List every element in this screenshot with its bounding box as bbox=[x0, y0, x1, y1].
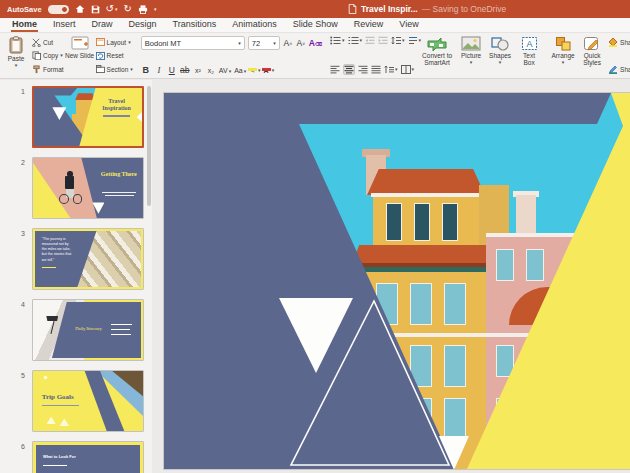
paste-button[interactable]: Paste▾ bbox=[3, 35, 29, 76]
picture-button[interactable]: Picture▾ bbox=[458, 35, 484, 76]
line-spacing-button[interactable]: ▾ bbox=[391, 36, 405, 45]
indent-decrease-icon bbox=[365, 36, 375, 45]
quick-styles-button[interactable]: Quick Styles bbox=[579, 35, 605, 76]
home-icon bbox=[75, 4, 85, 14]
slide-thumbnail-6[interactable]: What to Look For bbox=[32, 441, 144, 473]
slides-panel: 1 Travel Inspiration 2 bbox=[0, 80, 152, 473]
font-size-select[interactable]: 72▾ bbox=[248, 36, 280, 50]
bullets-icon bbox=[330, 36, 341, 45]
slide-number: 4 bbox=[0, 299, 32, 361]
shape-style-group: Shap... Shap... bbox=[608, 35, 630, 76]
align-text-button[interactable]: ▾ bbox=[384, 65, 398, 74]
section-icon bbox=[96, 65, 105, 73]
character-spacing-button[interactable]: AV▾ bbox=[219, 67, 231, 74]
bullets-button[interactable]: ▾ bbox=[330, 36, 345, 45]
shape-outline-button[interactable]: Shap... bbox=[608, 63, 630, 75]
font-name-select[interactable]: Bodoni MT▾ bbox=[141, 36, 245, 50]
reset-button[interactable]: Reset bbox=[96, 50, 133, 62]
autosave-toggle[interactable] bbox=[48, 5, 69, 14]
textbox-button[interactable]: A Text Box bbox=[516, 35, 542, 76]
subscript-button[interactable]: x₂ bbox=[206, 67, 216, 74]
underline-button[interactable]: U bbox=[167, 66, 177, 75]
change-case-button[interactable]: Aa▾ bbox=[234, 67, 246, 74]
text-direction-button[interactable]: ▾ bbox=[408, 36, 422, 45]
slide-thumbnail-2[interactable]: Getting There bbox=[32, 157, 144, 219]
print-button[interactable] bbox=[138, 5, 148, 14]
decrease-font-button[interactable]: A˅ bbox=[296, 39, 306, 48]
tab-review[interactable]: Review bbox=[346, 17, 392, 32]
numbering-button[interactable]: ▾ bbox=[348, 36, 363, 45]
picture-icon bbox=[461, 36, 481, 51]
more-commands-button[interactable]: ▾ bbox=[154, 7, 157, 12]
save-button[interactable] bbox=[91, 5, 100, 14]
slide-thumbnail-5[interactable]: Trip Goals bbox=[32, 370, 144, 432]
shape-outline-icon bbox=[608, 64, 618, 74]
svg-text:A: A bbox=[526, 39, 532, 49]
tab-transitions[interactable]: Transitions bbox=[165, 17, 225, 32]
slide-number: 6 bbox=[0, 441, 32, 473]
clear-formatting-button[interactable]: A⌫ bbox=[309, 39, 322, 48]
line-spacing-icon bbox=[391, 36, 401, 45]
strikethrough-button[interactable]: ab bbox=[180, 66, 190, 75]
scissors-icon bbox=[32, 38, 41, 47]
tab-design[interactable]: Design bbox=[121, 17, 165, 32]
tab-slide-show[interactable]: Slide Show bbox=[285, 17, 346, 32]
indent-increase-icon bbox=[378, 36, 388, 45]
arrange-button[interactable]: Arrange▾ bbox=[550, 35, 576, 76]
justify-button[interactable] bbox=[371, 65, 381, 74]
reset-icon bbox=[96, 52, 105, 60]
layout-button[interactable]: Layout▾ bbox=[96, 36, 133, 48]
slide-canvas[interactable] bbox=[163, 92, 630, 470]
increase-font-button[interactable]: A˄ bbox=[283, 39, 293, 48]
indent-decrease-button[interactable] bbox=[365, 36, 375, 45]
new-slide-button[interactable]: New Slide bbox=[67, 35, 93, 76]
autosave-label: AutoSave bbox=[7, 5, 42, 14]
arrange-icon bbox=[555, 36, 572, 51]
align-right-icon bbox=[358, 65, 368, 74]
shapes-button[interactable]: Shapes▾ bbox=[487, 35, 513, 76]
align-center-button[interactable] bbox=[343, 64, 355, 75]
clipboard-group: Cut Copy▾ Format bbox=[32, 35, 64, 76]
undo-icon: ↺ bbox=[106, 4, 114, 14]
italic-button[interactable]: I bbox=[154, 66, 164, 75]
slide-thumbnail-1[interactable]: Travel Inspiration bbox=[32, 86, 144, 148]
cut-button[interactable]: Cut bbox=[32, 36, 64, 48]
slide-number: 3 bbox=[0, 228, 32, 290]
redo-icon: ↻ bbox=[124, 4, 132, 14]
columns-button[interactable]: ▾ bbox=[401, 65, 415, 74]
bold-button[interactable]: B bbox=[141, 66, 151, 75]
home-quick-button[interactable] bbox=[75, 4, 85, 14]
indent-increase-button[interactable] bbox=[378, 36, 388, 45]
ribbon-toolbar: Paste▾ Cut Copy▾ Format New Slide Lay bbox=[0, 33, 630, 79]
highlight-color-button[interactable]: ✎ bbox=[249, 67, 255, 74]
slide-number: 2 bbox=[0, 157, 32, 219]
slide-thumbnail-4[interactable]: Daily Itinerary bbox=[32, 299, 144, 361]
align-left-button[interactable] bbox=[330, 65, 340, 74]
tab-animations[interactable]: Animations bbox=[224, 17, 285, 32]
tab-insert[interactable]: Insert bbox=[45, 17, 84, 32]
layout-icon bbox=[96, 38, 105, 46]
thumbnails-scrollbar[interactable] bbox=[147, 86, 151, 206]
shape-fill-button[interactable]: Shap... bbox=[608, 36, 630, 48]
format-painter-button[interactable]: Format bbox=[32, 63, 64, 75]
white-triangles bbox=[164, 93, 630, 470]
tab-draw[interactable]: Draw bbox=[84, 17, 121, 32]
convert-smartart-button[interactable]: Convert to SmartArt bbox=[424, 35, 450, 76]
align-left-icon bbox=[330, 65, 340, 74]
slide-thumbnail-3[interactable]: "The journey is measured not by the mile… bbox=[32, 228, 144, 290]
justify-icon bbox=[371, 65, 381, 74]
undo-button[interactable]: ↺▾ bbox=[106, 4, 118, 14]
copy-button[interactable]: Copy▾ bbox=[32, 50, 64, 62]
print-icon bbox=[138, 5, 148, 14]
redo-button[interactable]: ↻ bbox=[124, 4, 132, 14]
thumb6-title: What to Look For bbox=[43, 454, 76, 459]
align-text-icon bbox=[384, 65, 394, 74]
font-color-button[interactable]: A bbox=[264, 67, 269, 74]
section-button[interactable]: Section▾ bbox=[96, 63, 133, 75]
numbering-icon bbox=[348, 36, 359, 45]
superscript-button[interactable]: x² bbox=[193, 67, 203, 74]
tab-view[interactable]: View bbox=[391, 17, 426, 32]
tab-home[interactable]: Home bbox=[4, 17, 45, 32]
align-right-button[interactable] bbox=[358, 65, 368, 74]
main-area: 1 Travel Inspiration 2 bbox=[0, 80, 630, 473]
